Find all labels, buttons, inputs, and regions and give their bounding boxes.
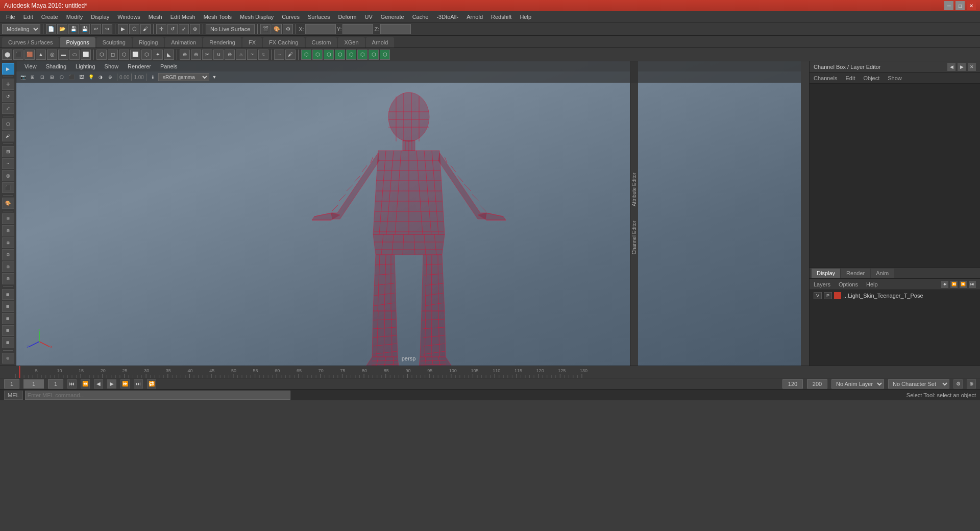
boolean-diff-btn[interactable]: ⊖	[225, 50, 235, 60]
y-input[interactable]	[342, 24, 373, 34]
render-btn[interactable]: 🎬	[260, 24, 271, 34]
tab-curves-surfaces[interactable]: Curves / Surfaces	[2, 37, 59, 47]
end-btn[interactable]: ⏭	[134, 379, 143, 389]
separate-btn[interactable]: ⊖	[191, 50, 201, 60]
append-poly-btn[interactable]: ⬡	[141, 50, 152, 60]
vp-frame-btn[interactable]: ⊞	[28, 73, 37, 82]
vp-grid-btn[interactable]: ⊞	[47, 73, 57, 82]
vp-extra-btn[interactable]: ▼	[210, 73, 219, 82]
step-fwd-btn[interactable]: ⏩	[120, 379, 130, 389]
universal-tool-btn[interactable]: ⊕	[190, 24, 200, 34]
cb-icon-1[interactable]: ◀	[947, 63, 955, 71]
wedge-btn[interactable]: ◣	[164, 50, 174, 60]
play-fwd-btn[interactable]: ▶	[107, 379, 116, 389]
dt-display[interactable]: Display	[812, 269, 840, 278]
boolean-union-btn[interactable]: ∪	[213, 50, 224, 60]
loop-btn[interactable]: 🔁	[147, 379, 156, 389]
torus-btn[interactable]: ◎	[47, 50, 57, 60]
vp-wire-btn[interactable]: ⬡	[57, 73, 66, 82]
cbt-channels[interactable]: Channels	[814, 75, 837, 81]
bridge-btn[interactable]: ⬡	[119, 50, 129, 60]
char-set-icon2[interactable]: ⊕	[967, 379, 976, 389]
layer-icon-4[interactable]: ⏭	[969, 281, 976, 288]
panel2-btn[interactable]: ⊟	[2, 225, 14, 236]
end-frame-display[interactable]	[782, 379, 803, 389]
pipe-btn[interactable]: ⬜	[81, 50, 91, 60]
redo-btn[interactable]: ↪	[102, 24, 112, 34]
menu-generate[interactable]: Generate	[377, 13, 408, 21]
anim-layer-select[interactable]: No Anim Layer	[831, 379, 884, 389]
vp-menu-panels[interactable]: Panels	[156, 62, 182, 70]
paint-transfer-btn[interactable]: 🖌	[285, 50, 296, 60]
rotate-tool-btn[interactable]: ↺	[167, 24, 178, 34]
character-set-select[interactable]: No Character Set	[888, 379, 949, 389]
lt-help[interactable]: Help	[866, 281, 878, 287]
menu-arnold[interactable]: Arnold	[462, 13, 487, 21]
menu-cache[interactable]: Cache	[408, 13, 433, 21]
menu-uv[interactable]: UV	[360, 13, 376, 21]
menu-3dtoall[interactable]: -3DtoAll-	[432, 13, 462, 21]
layer-icon-1[interactable]: ⏮	[941, 281, 948, 288]
green6-btn[interactable]: ⬡	[357, 50, 368, 60]
vp-menu-lighting[interactable]: Lighting	[71, 62, 100, 70]
layer-icon-2[interactable]: ⏪	[950, 281, 958, 288]
scale-tool[interactable]: ⤢	[2, 103, 14, 114]
open-file-btn[interactable]: 📂	[57, 24, 67, 34]
green7-btn[interactable]: ⬡	[369, 50, 379, 60]
snap-point-btn[interactable]: ◎	[2, 170, 14, 181]
menu-redshift[interactable]: Redshift	[487, 13, 516, 21]
tab-fx-caching[interactable]: FX Caching	[263, 37, 304, 47]
vp-shaded-btn[interactable]: ⬛	[67, 73, 76, 82]
char-set-icon1[interactable]: ⚙	[953, 379, 963, 389]
menu-deform[interactable]: Deform	[334, 13, 360, 21]
lt-layers[interactable]: Layers	[814, 281, 830, 287]
close-button[interactable]: ✕	[967, 1, 976, 10]
move-tool[interactable]: ✛	[2, 79, 14, 90]
cbt-show[interactable]: Show	[888, 75, 902, 81]
tab-sculpting[interactable]: Sculpting	[96, 37, 132, 47]
undo-btn[interactable]: ↩	[91, 24, 101, 34]
channel-editor-label[interactable]: Channel Editor	[631, 219, 638, 256]
tab-animation[interactable]: Animation	[165, 37, 202, 47]
play-back-btn[interactable]: ◀	[94, 379, 103, 389]
vp-lights-btn[interactable]: 💡	[86, 73, 95, 82]
cbt-object[interactable]: Object	[863, 75, 879, 81]
tab-rigging[interactable]: Rigging	[133, 37, 164, 47]
tab-rendering[interactable]: Rendering	[203, 37, 241, 47]
vp-menu-view[interactable]: View	[20, 62, 41, 70]
paint-tool[interactable]: 🖌	[2, 131, 14, 142]
extract-btn[interactable]: ✂	[202, 50, 212, 60]
mel-input[interactable]	[25, 391, 290, 400]
dt-render[interactable]: Render	[841, 269, 870, 278]
lt-options[interactable]: Options	[839, 281, 858, 287]
panel1-btn[interactable]: ⊞	[2, 213, 14, 225]
snap-grid-btn[interactable]: ⊞	[2, 146, 14, 157]
current-frame-input[interactable]	[23, 379, 44, 389]
extrude-btn[interactable]: ⬡	[96, 50, 107, 60]
tab-polygons[interactable]: Polygons	[60, 37, 95, 47]
viewport[interactable]: View Shading Lighting Show Renderer Pane…	[16, 61, 801, 366]
mel-label[interactable]: MEL	[4, 391, 23, 400]
attr-editor-label[interactable]: Attribute Editor	[631, 171, 638, 208]
menu-create[interactable]: Create	[37, 13, 62, 21]
x-input[interactable]	[305, 24, 336, 34]
extra-btn[interactable]: ⊕	[2, 353, 14, 364]
menu-modify[interactable]: Modify	[62, 13, 87, 21]
snap-surface-btn[interactable]: ⬛	[2, 182, 14, 194]
panel6-btn[interactable]: ⊟	[2, 273, 14, 284]
move-tool-btn[interactable]: ✛	[156, 24, 166, 34]
green4-btn[interactable]: ⬡	[335, 50, 345, 60]
vp-menu-show[interactable]: Show	[101, 62, 123, 70]
snap-curve-btn[interactable]: ~	[2, 158, 14, 170]
vp-menu-renderer[interactable]: Renderer	[124, 62, 155, 70]
cone-btn[interactable]: ▲	[36, 50, 46, 60]
layer-playback-btn[interactable]: P	[824, 292, 832, 299]
tab-custom[interactable]: Custom	[306, 37, 337, 47]
no-live-surface-btn[interactable]: No Live Surface	[206, 24, 255, 34]
menu-windows[interactable]: Windows	[113, 13, 144, 21]
cbt-edit[interactable]: Edit	[845, 75, 855, 81]
vp-shadow-btn[interactable]: ◑	[96, 73, 105, 82]
select-tool[interactable]: ▶	[2, 63, 14, 75]
combine-btn[interactable]: ⊕	[180, 50, 190, 60]
gamma-select[interactable]: sRGB gamma	[158, 73, 209, 81]
